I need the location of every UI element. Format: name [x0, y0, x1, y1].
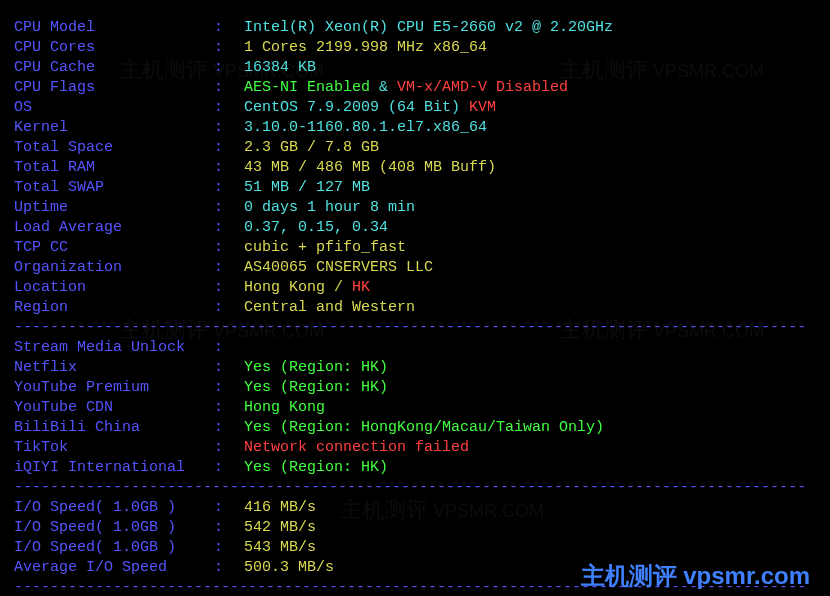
colon: :: [214, 398, 244, 418]
info-value: 542 MB/s: [244, 519, 316, 536]
info-key: TikTok: [14, 438, 214, 458]
colon: :: [214, 178, 244, 198]
info-value: 43 MB / 486 MB (408 MB Buff): [244, 159, 496, 176]
info-key: CPU Cache: [14, 58, 214, 78]
colon: :: [214, 518, 244, 538]
colon: :: [214, 98, 244, 118]
colon: :: [214, 158, 244, 178]
colon: :: [214, 18, 244, 38]
info-row: YouTube Premium: Yes (Region: HK): [14, 378, 816, 398]
info-value: 416 MB/s: [244, 499, 316, 516]
colon: :: [214, 238, 244, 258]
info-row: iQIYI International: Yes (Region: HK): [14, 458, 816, 478]
info-key: BiliBili China: [14, 418, 214, 438]
colon: :: [214, 558, 244, 578]
info-value: 543 MB/s: [244, 539, 316, 556]
colon: :: [214, 258, 244, 278]
info-value: CentOS 7.9.2009 (64 Bit): [244, 99, 469, 116]
info-row: CPU Flags: AES-NI Enabled & VM-x/AMD-V D…: [14, 78, 816, 98]
info-row: Load Average: 0.37, 0.15, 0.34: [14, 218, 816, 238]
info-key: Average I/O Speed: [14, 558, 214, 578]
colon: :: [214, 38, 244, 58]
info-key: Total RAM: [14, 158, 214, 178]
site-logo: 主机测评 vpsmr.com: [581, 566, 810, 586]
colon: :: [214, 218, 244, 238]
info-row: I/O Speed( 1.0GB ): 416 MB/s: [14, 498, 816, 518]
info-row: Organization: AS40065 CNSERVERS LLC: [14, 258, 816, 278]
colon: :: [214, 118, 244, 138]
info-key: CPU Model: [14, 18, 214, 38]
info-key: Organization: [14, 258, 214, 278]
colon: :: [214, 358, 244, 378]
info-key: I/O Speed( 1.0GB ): [14, 498, 214, 518]
info-row: BiliBili China: Yes (Region: HongKong/Ma…: [14, 418, 816, 438]
colon: :: [214, 418, 244, 438]
info-row: TikTok: Network connection failed: [14, 438, 816, 458]
info-value: VM-x/AMD-V Disabled: [397, 79, 568, 96]
info-key: OS: [14, 98, 214, 118]
info-row: Location: Hong Kong / HK: [14, 278, 816, 298]
separator-line: ----------------------------------------…: [14, 318, 816, 338]
info-value: AES-NI Enabled: [244, 79, 370, 96]
terminal-output: CPU Model: Intel(R) Xeon(R) CPU E5-2660 …: [14, 18, 816, 596]
section-header: Stream Media Unlock:: [14, 338, 816, 358]
info-value: 16384 KB: [244, 59, 316, 76]
info-value: &: [370, 79, 397, 96]
info-row: Total Space: 2.3 GB / 7.8 GB: [14, 138, 816, 158]
info-value: Hong Kong: [244, 399, 325, 416]
info-key: Uptime: [14, 198, 214, 218]
section-title: Stream Media Unlock: [14, 338, 214, 358]
info-row: Netflix: Yes (Region: HK): [14, 358, 816, 378]
info-row: CPU Model: Intel(R) Xeon(R) CPU E5-2660 …: [14, 18, 816, 38]
info-value: HK: [352, 279, 370, 296]
info-value: Yes (Region: HK): [244, 459, 388, 476]
info-key: Netflix: [14, 358, 214, 378]
info-key: YouTube Premium: [14, 378, 214, 398]
info-row: Region: Central and Western: [14, 298, 816, 318]
colon: :: [214, 298, 244, 318]
colon: :: [214, 538, 244, 558]
colon: :: [214, 458, 244, 478]
colon: :: [214, 438, 244, 458]
info-key: Total Space: [14, 138, 214, 158]
info-key: Kernel: [14, 118, 214, 138]
info-key: Location: [14, 278, 214, 298]
info-row: I/O Speed( 1.0GB ): 543 MB/s: [14, 538, 816, 558]
info-key: I/O Speed( 1.0GB ): [14, 518, 214, 538]
info-value: 500.3 MB/s: [244, 559, 334, 576]
info-key: I/O Speed( 1.0GB ): [14, 538, 214, 558]
info-key: Total SWAP: [14, 178, 214, 198]
info-value: Network connection failed: [244, 439, 469, 456]
info-row: Uptime: 0 days 1 hour 8 min: [14, 198, 816, 218]
info-value: 1 Cores 2199.998 MHz x86_64: [244, 39, 487, 56]
info-row: CPU Cores: 1 Cores 2199.998 MHz x86_64: [14, 38, 816, 58]
info-value: Hong Kong /: [244, 279, 352, 296]
info-key: YouTube CDN: [14, 398, 214, 418]
info-row: OS: CentOS 7.9.2009 (64 Bit) KVM: [14, 98, 816, 118]
info-key: Region: [14, 298, 214, 318]
info-key: iQIYI International: [14, 458, 214, 478]
info-row: YouTube CDN: Hong Kong: [14, 398, 816, 418]
info-value: Intel(R) Xeon(R) CPU E5-2660 v2 @ 2.20GH…: [244, 19, 613, 36]
colon: :: [214, 278, 244, 298]
info-key: Load Average: [14, 218, 214, 238]
separator-line: ----------------------------------------…: [14, 478, 816, 498]
info-value: 3.10.0-1160.80.1.el7.x86_64: [244, 119, 487, 136]
info-row: CPU Cache: 16384 KB: [14, 58, 816, 78]
info-value: Yes (Region: HongKong/Macau/Taiwan Only): [244, 419, 604, 436]
info-row: I/O Speed( 1.0GB ): 542 MB/s: [14, 518, 816, 538]
info-value: 51 MB / 127 MB: [244, 179, 370, 196]
info-row: Total RAM: 43 MB / 486 MB (408 MB Buff): [14, 158, 816, 178]
info-value: 0.37, 0.15, 0.34: [244, 219, 388, 236]
colon: :: [214, 498, 244, 518]
info-value: Yes (Region: HK): [244, 359, 388, 376]
colon: :: [214, 378, 244, 398]
info-key: CPU Cores: [14, 38, 214, 58]
info-value: 2.3 GB / 7.8 GB: [244, 139, 379, 156]
info-value: AS40065 CNSERVERS LLC: [244, 259, 433, 276]
info-row: Kernel: 3.10.0-1160.80.1.el7.x86_64: [14, 118, 816, 138]
info-row: TCP CC: cubic + pfifo_fast: [14, 238, 816, 258]
info-value: Yes (Region: HK): [244, 379, 388, 396]
info-key: TCP CC: [14, 238, 214, 258]
colon: :: [214, 338, 244, 358]
